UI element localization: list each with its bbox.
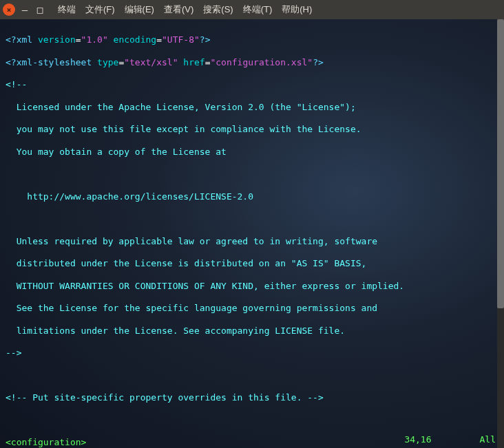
attr-version-val: "1.0"	[81, 34, 108, 45]
window-titlebar: × — □ 终端 文件(F) 编辑(E) 查看(V) 搜索(S) 终端(T) 帮…	[0, 0, 504, 19]
xml-decl-open: <?xml	[6, 34, 32, 45]
license-line: Licensed under the Apache License, Versi…	[6, 102, 498, 113]
license-url: http://www.apache.org/licenses/LICENSE-2…	[6, 191, 498, 202]
xml-stylesheet-open: <?xml-stylesheet	[6, 57, 92, 67]
maximize-icon[interactable]: □	[34, 4, 45, 15]
eq: =	[76, 34, 81, 45]
attr-encoding-key: encoding	[108, 34, 156, 45]
vim-statusbar: 34,16 All	[404, 434, 496, 445]
attr-href-val: "configuration.xsl"	[210, 57, 313, 67]
xml-stylesheet-close: ?>	[313, 57, 324, 67]
license-line: You may obtain a copy of the License at	[6, 147, 498, 158]
menu-bar: 终端 文件(F) 编辑(E) 查看(V) 搜索(S) 终端(T) 帮助(H)	[58, 3, 312, 16]
close-icon[interactable]: ×	[3, 3, 15, 16]
cursor-position: 34,16	[404, 434, 431, 445]
attr-href-key: href	[178, 57, 204, 67]
comment-close: -->	[6, 348, 498, 359]
scrollbar-thumb[interactable]	[497, 19, 504, 308]
terminal-content[interactable]: <?xml version="1.0" encoding="UTF-8"?> <…	[0, 19, 504, 448]
license-line: distributed under the License is distrib…	[6, 258, 498, 269]
attr-version-key: version	[32, 34, 76, 45]
license-line: See the License for the specific languag…	[6, 303, 498, 314]
menu-search[interactable]: 搜索(S)	[203, 3, 233, 16]
license-line: limitations under the License. See accom…	[6, 326, 498, 337]
menu-edit[interactable]: 编辑(E)	[125, 3, 154, 16]
menu-file[interactable]: 文件(F)	[85, 3, 115, 16]
menu-terminal[interactable]: 终端	[58, 3, 76, 16]
license-line: you may not use this file except in comp…	[6, 124, 498, 135]
menu-view[interactable]: 查看(V)	[164, 3, 193, 16]
eq: =	[156, 34, 162, 45]
comment-open: <!--	[6, 79, 498, 90]
attr-type-key: type	[92, 57, 118, 67]
scrollbar[interactable]	[497, 19, 504, 448]
scroll-location: All	[480, 434, 496, 445]
attr-type-val: "text/xsl"	[124, 57, 178, 67]
license-line: WITHOUT WARRANTIES OR CONDITIONS OF ANY …	[6, 281, 498, 292]
xml-decl-close: ?>	[200, 34, 211, 45]
menu-terminal2[interactable]: 终端(T)	[243, 3, 273, 16]
menu-help[interactable]: 帮助(H)	[282, 3, 312, 16]
window-controls: × — □	[3, 3, 45, 16]
license-line: Unless required by applicable law or agr…	[6, 236, 498, 247]
site-comment: <!-- Put site-specific property override…	[6, 392, 498, 403]
attr-encoding-val: "UTF-8"	[162, 34, 200, 45]
minimize-icon[interactable]: —	[19, 4, 30, 15]
